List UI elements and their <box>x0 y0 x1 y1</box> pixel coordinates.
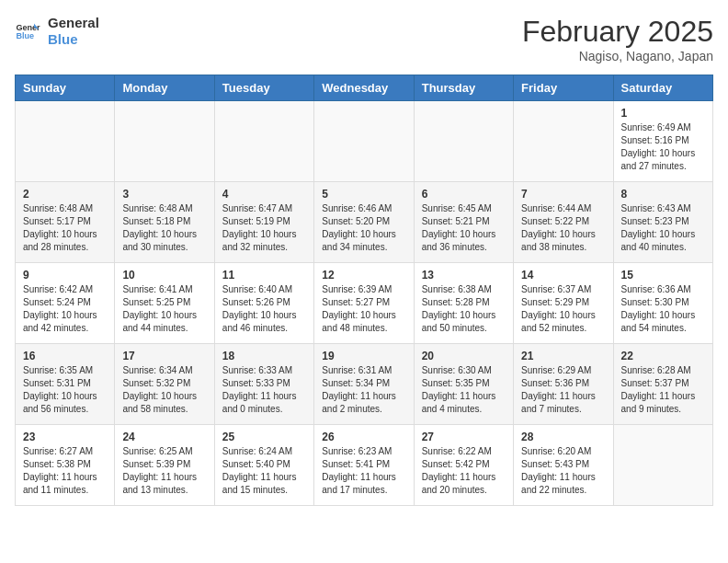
day-number: 11 <box>222 269 306 282</box>
day-number: 15 <box>621 269 705 282</box>
day-info: Sunrise: 6:27 AM Sunset: 5:38 PM Dayligh… <box>23 445 107 497</box>
day-number: 24 <box>122 431 206 443</box>
day-info: Sunrise: 6:22 AM Sunset: 5:42 PM Dayligh… <box>422 445 506 497</box>
day-info: Sunrise: 6:24 AM Sunset: 5:40 PM Dayligh… <box>222 445 306 497</box>
calendar-cell: 19Sunrise: 6:31 AM Sunset: 5:34 PM Dayli… <box>314 344 414 425</box>
day-number: 4 <box>222 188 306 201</box>
day-info: Sunrise: 6:43 AM Sunset: 5:23 PM Dayligh… <box>621 202 705 254</box>
calendar-week-4: 16Sunrise: 6:35 AM Sunset: 5:31 PM Dayli… <box>16 344 713 425</box>
calendar-week-5: 23Sunrise: 6:27 AM Sunset: 5:38 PM Dayli… <box>16 425 713 506</box>
calendar-cell: 11Sunrise: 6:40 AM Sunset: 5:26 PM Dayli… <box>214 263 313 344</box>
calendar-cell: 24Sunrise: 6:25 AM Sunset: 5:39 PM Dayli… <box>115 425 214 506</box>
day-info: Sunrise: 6:42 AM Sunset: 5:24 PM Dayligh… <box>23 283 107 335</box>
svg-text:Blue: Blue <box>16 31 34 40</box>
day-number: 19 <box>322 350 405 362</box>
day-number: 18 <box>222 350 306 362</box>
calendar-cell: 28Sunrise: 6:20 AM Sunset: 5:43 PM Dayli… <box>514 425 613 506</box>
calendar-cell: 10Sunrise: 6:41 AM Sunset: 5:25 PM Dayli… <box>115 263 214 344</box>
day-number: 7 <box>521 188 605 201</box>
day-number: 1 <box>621 107 705 120</box>
day-number: 13 <box>422 269 506 282</box>
day-info: Sunrise: 6:40 AM Sunset: 5:26 PM Dayligh… <box>222 283 306 335</box>
day-number: 6 <box>422 188 506 201</box>
calendar-cell <box>314 101 414 182</box>
day-number: 2 <box>23 188 107 201</box>
day-info: Sunrise: 6:41 AM Sunset: 5:25 PM Dayligh… <box>122 283 206 335</box>
day-info: Sunrise: 6:34 AM Sunset: 5:32 PM Dayligh… <box>122 364 206 416</box>
calendar-cell: 23Sunrise: 6:27 AM Sunset: 5:38 PM Dayli… <box>16 425 115 506</box>
calendar-cell: 14Sunrise: 6:37 AM Sunset: 5:29 PM Dayli… <box>514 263 613 344</box>
header-tuesday: Tuesday <box>214 75 313 101</box>
calendar-cell: 13Sunrise: 6:38 AM Sunset: 5:28 PM Dayli… <box>414 263 513 344</box>
calendar-cell: 17Sunrise: 6:34 AM Sunset: 5:32 PM Dayli… <box>115 344 214 425</box>
day-info: Sunrise: 6:39 AM Sunset: 5:27 PM Dayligh… <box>322 283 405 335</box>
calendar-cell: 6Sunrise: 6:45 AM Sunset: 5:21 PM Daylig… <box>414 182 513 263</box>
location: Nagiso, Nagano, Japan <box>522 49 713 63</box>
day-info: Sunrise: 6:37 AM Sunset: 5:29 PM Dayligh… <box>521 283 605 335</box>
calendar-cell <box>214 101 313 182</box>
calendar-cell: 1Sunrise: 6:49 AM Sunset: 5:16 PM Daylig… <box>613 101 712 182</box>
day-info: Sunrise: 6:31 AM Sunset: 5:34 PM Dayligh… <box>322 364 405 416</box>
calendar-cell <box>16 101 115 182</box>
calendar-cell: 18Sunrise: 6:33 AM Sunset: 5:33 PM Dayli… <box>214 344 313 425</box>
day-info: Sunrise: 6:30 AM Sunset: 5:35 PM Dayligh… <box>422 364 506 416</box>
calendar-cell: 2Sunrise: 6:48 AM Sunset: 5:17 PM Daylig… <box>16 182 115 263</box>
day-number: 3 <box>122 188 206 201</box>
day-info: Sunrise: 6:45 AM Sunset: 5:21 PM Dayligh… <box>422 202 506 254</box>
day-info: Sunrise: 6:44 AM Sunset: 5:22 PM Dayligh… <box>521 202 605 254</box>
logo: General Blue General Blue <box>15 15 99 48</box>
day-info: Sunrise: 6:20 AM Sunset: 5:43 PM Dayligh… <box>521 445 605 497</box>
calendar-cell: 7Sunrise: 6:44 AM Sunset: 5:22 PM Daylig… <box>514 182 613 263</box>
title-block: February 2025 Nagiso, Nagano, Japan <box>522 15 713 63</box>
day-info: Sunrise: 6:46 AM Sunset: 5:20 PM Dayligh… <box>322 202 405 254</box>
day-number: 20 <box>422 350 506 362</box>
calendar-header-row: SundayMondayTuesdayWednesdayThursdayFrid… <box>16 75 713 101</box>
calendar-table: SundayMondayTuesdayWednesdayThursdayFrid… <box>15 75 713 506</box>
page-header: General Blue General Blue February 2025 … <box>15 15 713 63</box>
calendar-cell: 5Sunrise: 6:46 AM Sunset: 5:20 PM Daylig… <box>314 182 414 263</box>
header-saturday: Saturday <box>613 75 712 101</box>
day-number: 16 <box>23 350 107 362</box>
day-number: 14 <box>521 269 605 282</box>
calendar-cell <box>414 101 513 182</box>
day-number: 28 <box>521 431 605 443</box>
day-info: Sunrise: 6:36 AM Sunset: 5:30 PM Dayligh… <box>621 283 705 335</box>
day-number: 26 <box>322 431 405 443</box>
calendar-week-3: 9Sunrise: 6:42 AM Sunset: 5:24 PM Daylig… <box>16 263 713 344</box>
calendar-week-2: 2Sunrise: 6:48 AM Sunset: 5:17 PM Daylig… <box>16 182 713 263</box>
day-number: 5 <box>322 188 405 201</box>
day-info: Sunrise: 6:25 AM Sunset: 5:39 PM Dayligh… <box>122 445 206 497</box>
day-number: 8 <box>621 188 705 201</box>
calendar-cell: 25Sunrise: 6:24 AM Sunset: 5:40 PM Dayli… <box>214 425 313 506</box>
header-friday: Friday <box>514 75 613 101</box>
calendar-cell: 15Sunrise: 6:36 AM Sunset: 5:30 PM Dayli… <box>613 263 712 344</box>
logo-line2: Blue <box>48 31 99 48</box>
day-info: Sunrise: 6:47 AM Sunset: 5:19 PM Dayligh… <box>222 202 306 254</box>
calendar-cell: 20Sunrise: 6:30 AM Sunset: 5:35 PM Dayli… <box>414 344 513 425</box>
calendar-cell <box>613 425 712 506</box>
day-number: 23 <box>23 431 107 443</box>
calendar-cell: 4Sunrise: 6:47 AM Sunset: 5:19 PM Daylig… <box>214 182 313 263</box>
calendar-cell: 16Sunrise: 6:35 AM Sunset: 5:31 PM Dayli… <box>16 344 115 425</box>
calendar-cell: 8Sunrise: 6:43 AM Sunset: 5:23 PM Daylig… <box>613 182 712 263</box>
day-info: Sunrise: 6:49 AM Sunset: 5:16 PM Dayligh… <box>621 121 705 173</box>
day-info: Sunrise: 6:48 AM Sunset: 5:18 PM Dayligh… <box>122 202 206 254</box>
day-number: 17 <box>122 350 206 362</box>
day-number: 22 <box>621 350 705 362</box>
calendar-cell <box>514 101 613 182</box>
calendar-cell: 27Sunrise: 6:22 AM Sunset: 5:42 PM Dayli… <box>414 425 513 506</box>
day-number: 27 <box>422 431 506 443</box>
day-number: 9 <box>23 269 107 282</box>
month-year: February 2025 <box>522 15 713 49</box>
header-wednesday: Wednesday <box>314 75 414 101</box>
logo-icon: General Blue <box>15 18 40 44</box>
day-info: Sunrise: 6:38 AM Sunset: 5:28 PM Dayligh… <box>422 283 506 335</box>
day-info: Sunrise: 6:28 AM Sunset: 5:37 PM Dayligh… <box>621 364 705 416</box>
calendar-cell: 9Sunrise: 6:42 AM Sunset: 5:24 PM Daylig… <box>16 263 115 344</box>
calendar-cell: 26Sunrise: 6:23 AM Sunset: 5:41 PM Dayli… <box>314 425 414 506</box>
day-info: Sunrise: 6:29 AM Sunset: 5:36 PM Dayligh… <box>521 364 605 416</box>
day-info: Sunrise: 6:33 AM Sunset: 5:33 PM Dayligh… <box>222 364 306 416</box>
header-thursday: Thursday <box>414 75 513 101</box>
calendar-cell: 21Sunrise: 6:29 AM Sunset: 5:36 PM Dayli… <box>514 344 613 425</box>
day-number: 25 <box>222 431 306 443</box>
